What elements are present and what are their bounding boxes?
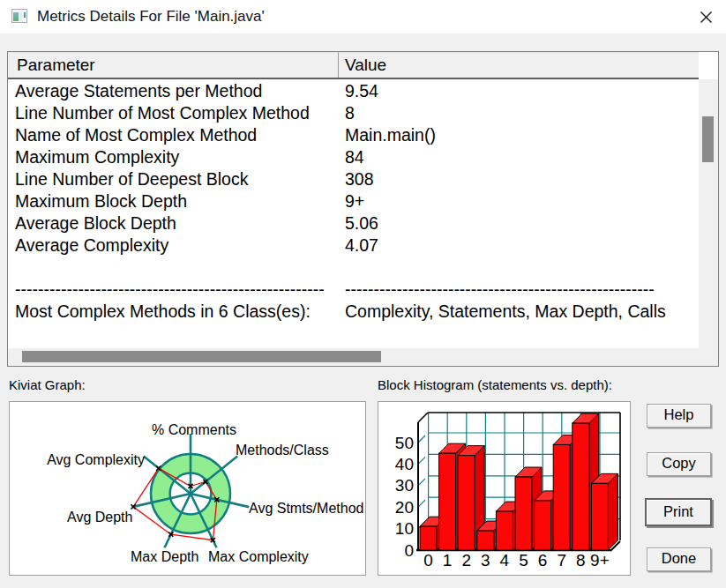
kiviat-graph-panel: % Comments Methods/Class Avg Stmts/Metho… — [9, 401, 366, 576]
cell-value: 4.07 — [338, 234, 699, 257]
svg-text:4: 4 — [500, 551, 510, 569]
kiviat-axis-label-max-depth: Max Depth — [131, 549, 198, 565]
help-button[interactable]: Help — [647, 404, 711, 428]
cell-parameter: Average Complexity — [8, 234, 338, 257]
table-row[interactable] — [8, 257, 699, 279]
table-row[interactable]: Average Statements per Method9.54 — [8, 80, 699, 102]
table-row[interactable]: Maximum Block Depth9+ — [8, 190, 699, 212]
table-row[interactable]: Most Complex Methods in 6 Class(es):Comp… — [8, 301, 699, 323]
kiviat-axis-label-avg-complexity: Avg Complexity — [39, 452, 145, 468]
svg-text:8: 8 — [576, 551, 586, 569]
table-row[interactable]: Name of Most Complex MethodMain.main() — [8, 124, 699, 146]
column-header-parameter: Parameter — [8, 52, 339, 78]
kiviat-axis-label-avg-stmts: Avg Stmts/Method — [249, 501, 363, 517]
svg-text:40: 40 — [395, 455, 414, 473]
title-bar: Metrics Details For File 'Main.java' — [0, 0, 726, 33]
cell-parameter: Maximum Block Depth — [8, 190, 338, 212]
horizontal-scrollbar[interactable] — [8, 348, 718, 366]
cell-parameter: Name of Most Complex Method — [8, 124, 338, 146]
copy-button[interactable]: Copy — [647, 452, 711, 476]
cell-parameter: Average Block Depth — [8, 212, 338, 234]
metrics-table: Parameter Value Average Statements per M… — [7, 51, 719, 367]
metrics-app-icon — [11, 9, 27, 23]
cell-parameter: Line Number of Most Complex Method — [8, 102, 338, 124]
horizontal-scrollbar-thumb[interactable] — [22, 351, 381, 362]
vertical-scrollbar-thumb[interactable] — [702, 116, 714, 162]
table-header: Parameter Value — [8, 52, 699, 79]
svg-text:20: 20 — [395, 498, 414, 517]
cell-value: 308 — [338, 168, 699, 190]
cell-value: 9.54 — [338, 80, 699, 102]
svg-text:5: 5 — [519, 551, 528, 569]
cell-parameter — [8, 257, 338, 279]
table-row[interactable]: ----------------------------------------… — [8, 279, 699, 301]
cell-value: 8 — [338, 102, 699, 124]
table-row[interactable]: Maximum Complexity84 — [8, 146, 699, 168]
table-body: Average Statements per Method9.54Line Nu… — [8, 80, 699, 323]
cell-parameter: Average Statements per Method — [8, 80, 338, 102]
cell-value — [338, 257, 699, 279]
block-histogram-panel: 010203040500123456789+ — [378, 401, 631, 576]
svg-text:10: 10 — [395, 519, 414, 538]
window-title: Metrics Details For File 'Main.java' — [37, 0, 265, 33]
svg-text:7: 7 — [557, 551, 566, 569]
svg-text:2: 2 — [461, 551, 471, 569]
cell-parameter: ----------------------------------------… — [8, 279, 338, 301]
cell-parameter: Most Complex Methods in 6 Class(es): — [8, 301, 338, 323]
histogram-section-label: Block Histogram (statements vs. depth): — [378, 377, 612, 392]
kiviat-axis-label-methods-class: Methods/Class — [236, 443, 329, 458]
close-button[interactable] — [692, 4, 720, 29]
done-button[interactable]: Done — [647, 547, 711, 571]
svg-text:0: 0 — [404, 541, 414, 560]
cell-value: 9+ — [338, 190, 699, 212]
kiviat-axis-label-avg-depth: Avg Depth — [67, 510, 132, 525]
cell-parameter: Maximum Complexity — [8, 146, 338, 168]
kiviat-axis-label-max-complexity: Max Complexity — [208, 549, 309, 565]
svg-text:50: 50 — [395, 434, 414, 452]
cell-value: Complexity, Statements, Max Depth, Calls — [338, 301, 699, 323]
cell-value: 84 — [338, 146, 699, 168]
table-row[interactable]: Average Complexity4.07 — [8, 234, 699, 257]
print-button[interactable]: Print — [645, 498, 712, 526]
table-row[interactable]: Average Block Depth5.06 — [8, 212, 699, 234]
svg-text:1: 1 — [443, 551, 453, 569]
vertical-scrollbar[interactable] — [699, 79, 718, 348]
close-x-icon — [700, 11, 713, 24]
metrics-details-dialog: { "window": { "title": "Metrics Details … — [0, 0, 726, 588]
table-row[interactable]: Line Number of Deepest Block308 — [8, 168, 699, 190]
svg-text:30: 30 — [395, 476, 414, 495]
svg-text:0: 0 — [423, 551, 433, 569]
cell-parameter: Line Number of Deepest Block — [8, 168, 338, 190]
svg-text:9+: 9+ — [590, 551, 610, 569]
cell-value: Main.main() — [338, 124, 699, 146]
kiviat-section-label: Kiviat Graph: — [9, 377, 86, 392]
cell-value: 5.06 — [338, 212, 699, 234]
kiviat-axis-label-comments: % Comments — [137, 422, 251, 438]
column-header-value: Value — [339, 52, 699, 78]
block-histogram-chart: 010203040500123456789+ — [378, 402, 630, 575]
table-row[interactable]: Line Number of Most Complex Method8 — [8, 102, 699, 124]
svg-text:3: 3 — [481, 551, 490, 569]
cell-value: ----------------------------------------… — [338, 279, 699, 301]
svg-text:6: 6 — [538, 551, 548, 569]
